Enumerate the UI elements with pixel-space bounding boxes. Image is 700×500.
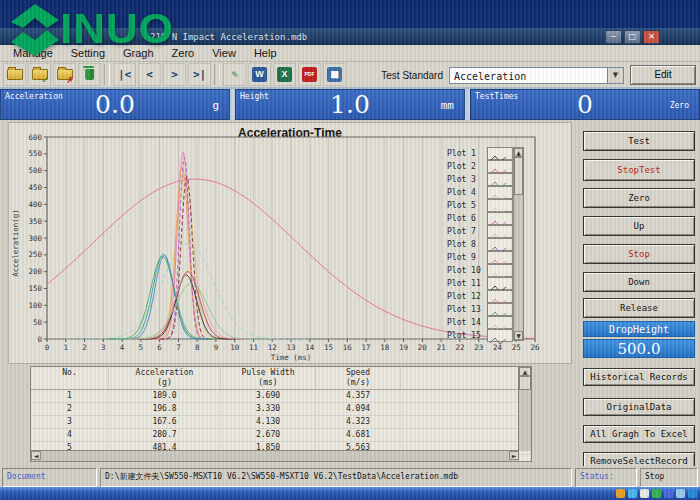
up-button[interactable]: Up [583,216,695,236]
svg-text:2: 2 [82,343,87,352]
scroll-right-icon[interactable]: ► [509,451,519,460]
waveform-swatch-icon [487,290,513,303]
maximize-icon[interactable]: □ [624,30,641,44]
legend-item-plot-5[interactable]: Plot 5 [447,199,513,212]
delete-record-icon[interactable] [78,63,101,86]
table-row[interactable]: 3167.64.1304.323 [31,416,531,429]
zero-button[interactable]: Zero [583,188,695,208]
tray-icon[interactable] [664,489,673,498]
historical-records-button[interactable]: Historical Records [583,368,695,386]
next-record-icon[interactable]: > [163,63,186,86]
minimize-icon[interactable]: ─ [605,30,622,44]
drop-height-value[interactable]: 500.0 [583,339,695,358]
excel-export-icon[interactable]: X [273,63,296,86]
scroll-down-icon[interactable]: ▼ [514,331,523,340]
results-table: No.Acceleration(g)Pulse Width(ms)Speed(m… [30,366,532,462]
waveform-swatch-icon [487,160,513,173]
legend-label: Plot 3 [447,175,485,184]
table-cell: 4.323 [316,416,401,428]
legend-item-plot-8[interactable]: Plot 8 [447,238,513,251]
document-status: Document [2,468,97,487]
waveform-swatch-icon [487,303,513,316]
column-header: No. [31,367,109,389]
legend-scrollbar[interactable]: ▲ ▼ [513,147,524,341]
legend-item-plot-12[interactable]: Plot 12 [447,290,513,303]
save-record-icon[interactable]: ✓ [28,63,51,86]
tray-icon[interactable] [652,489,661,498]
legend-label: Plot 7 [447,227,485,236]
scroll-left-icon[interactable]: ◄ [31,451,41,460]
legend-item-plot-2[interactable]: Plot 2 [447,160,513,173]
close-icon[interactable]: ✕ [643,30,660,44]
tray-icon[interactable] [616,489,625,498]
svg-text:0: 0 [37,335,42,344]
legend-label: Plot 13 [447,305,485,314]
svg-text:3: 3 [101,343,106,352]
legend-item-plot-11[interactable]: Plot 11 [447,277,513,290]
scroll-up-icon[interactable]: ▲ [519,367,531,376]
down-button[interactable]: Down [583,272,695,292]
pdf-export-icon[interactable]: PDF [298,63,321,86]
last-record-icon[interactable]: >| [188,63,211,86]
table-row[interactable]: 1189.03.6904.357 [31,390,531,403]
signature-pen-icon[interactable]: ✎ [223,63,246,86]
legend-label: Plot 1 [447,149,485,158]
svg-text:1: 1 [64,343,69,352]
legend-item-plot-4[interactable]: Plot 4 [447,186,513,199]
stop-button[interactable]: Stop [583,244,695,264]
svg-text:13: 13 [286,343,295,352]
copy-record-icon[interactable]: ✗ [53,63,76,86]
svg-text:150: 150 [28,284,42,293]
test-standard-label: Test Standard [381,70,443,81]
table-cell: 4.130 [221,416,316,428]
legend-item-plot-10[interactable]: Plot 10 [447,264,513,277]
menu-view[interactable]: View [203,47,245,59]
table-row[interactable]: 2196.83.3304.094 [31,403,531,416]
legend-item-plot-15[interactable]: Plot 15 [447,329,513,342]
status-value: Stop [640,468,698,487]
word-export-icon[interactable]: W [248,63,271,86]
svg-text:22: 22 [455,343,464,352]
release-button[interactable]: Release [583,298,695,318]
legend-label: Plot 12 [447,292,485,301]
column-header: Speed(m/s) [316,367,401,389]
legend-item-plot-14[interactable]: Plot 14 [447,316,513,329]
svg-text:250: 250 [28,250,42,259]
open-folder-icon[interactable] [3,63,26,86]
legend-item-plot-7[interactable]: Plot 7 [447,225,513,238]
svg-text:10: 10 [230,343,240,352]
legend-scroll-thumb[interactable] [514,157,523,195]
scroll-up-icon[interactable]: ▲ [514,148,523,157]
tray-icon[interactable] [676,489,685,498]
table-vscrollbar[interactable]: ▲ [518,367,531,451]
all-gragh-to-excel-button[interactable]: All Gragh To Excel [583,425,695,443]
legend-item-plot-13[interactable]: Plot 13 [447,303,513,316]
svg-text:50: 50 [33,318,43,327]
prev-record-icon[interactable]: < [138,63,161,86]
legend-item-plot-3[interactable]: Plot 3 [447,173,513,186]
testtimes-zero-label[interactable]: Zero [670,100,689,109]
tray-icon[interactable] [688,489,697,498]
taskbar[interactable] [0,487,700,500]
menu-help[interactable]: Help [245,47,286,59]
legend-item-plot-9[interactable]: Plot 9 [447,251,513,264]
svg-text:200: 200 [28,267,42,276]
tray-icon[interactable] [640,489,649,498]
edit-button[interactable]: Edit [630,65,696,85]
stoptest-button[interactable]: StopTest [583,159,695,181]
legend-item-plot-6[interactable]: Plot 6 [447,212,513,225]
svg-text:23: 23 [474,343,483,352]
table-scroll-thumb[interactable] [519,376,531,390]
tray-icon[interactable] [628,489,637,498]
table-row[interactable]: 4280.72.6704.681 [31,429,531,442]
first-record-icon[interactable]: |< [113,63,136,86]
remote-screen-icon[interactable]: ▦ [323,63,346,86]
table-hscrollbar[interactable]: ◄ ► [31,450,519,461]
originaldata-button[interactable]: OriginalData [583,398,695,416]
waveform-swatch-icon [487,264,513,277]
inuo-logo: INUO [6,0,174,58]
chevron-down-icon[interactable]: ▼ [607,68,623,83]
legend-item-plot-1[interactable]: Plot 1 [447,147,513,160]
test-standard-select[interactable]: Acceleration ▼ [449,67,624,84]
test-button[interactable]: Test [583,131,695,151]
